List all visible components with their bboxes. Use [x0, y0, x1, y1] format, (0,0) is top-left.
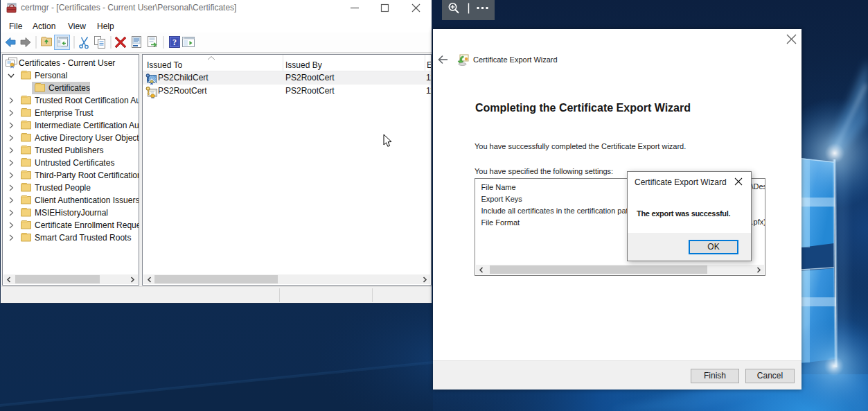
svg-text:?: ?	[172, 37, 177, 47]
